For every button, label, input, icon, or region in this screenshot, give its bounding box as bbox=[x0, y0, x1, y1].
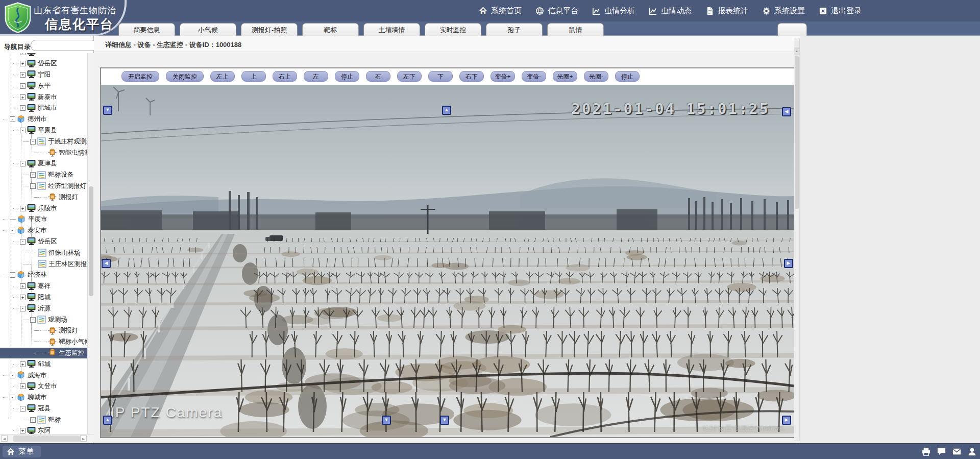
iris-close-button[interactable]: 光圈- bbox=[584, 71, 608, 82]
expand-icon[interactable]: + bbox=[30, 417, 36, 423]
tilt-up-button[interactable]: 上 bbox=[241, 71, 266, 82]
ptz-bottom-center-2[interactable]: ▼ bbox=[440, 416, 449, 425]
tab-soil-moisture[interactable]: 土壤墒情 bbox=[363, 23, 420, 36]
nav-pest-analysis[interactable]: 虫情分析 bbox=[592, 6, 635, 16]
tree-item[interactable]: -沂源 bbox=[0, 303, 88, 314]
menu-button[interactable]: 菜单 bbox=[3, 446, 41, 457]
expand-icon[interactable]: + bbox=[20, 283, 26, 289]
tree-item[interactable]: +肥城市 bbox=[0, 103, 88, 114]
nav-info-platform[interactable]: 信息平台 bbox=[535, 6, 578, 16]
pan-lower-right-button[interactable]: 右下 bbox=[459, 71, 484, 82]
sidebar-vertical-scrollbar[interactable] bbox=[87, 53, 94, 434]
tab-report-lamp-photo[interactable]: 测报灯-拍照 bbox=[241, 23, 298, 36]
sidebar-vscroll-thumb[interactable] bbox=[89, 186, 93, 296]
tree-item[interactable]: -聊城市 bbox=[0, 392, 88, 403]
tab-partial[interactable] bbox=[777, 23, 807, 36]
close-monitor-button[interactable]: 关闭监控 bbox=[166, 71, 204, 82]
tree-item[interactable]: 靶标小气候 bbox=[0, 336, 88, 348]
collapse-icon[interactable]: - bbox=[20, 239, 26, 245]
main-vscroll-thumb[interactable] bbox=[795, 56, 799, 209]
ptz-bottom-center-1[interactable]: ▼ bbox=[382, 416, 391, 425]
ptz-top-center[interactable]: ▲ bbox=[442, 106, 451, 115]
expand-icon[interactable]: + bbox=[20, 53, 26, 55]
collapse-icon[interactable]: - bbox=[10, 228, 15, 233]
tab-spore[interactable]: 孢子 bbox=[486, 23, 543, 36]
tree-item[interactable]: -岱岳区 bbox=[0, 236, 88, 248]
tree-item[interactable]: 徂徕山林场 bbox=[0, 247, 88, 258]
tree-item[interactable]: -经济型测报灯 bbox=[0, 181, 88, 192]
expand-icon[interactable]: + bbox=[20, 83, 26, 89]
collapse-icon[interactable]: - bbox=[10, 272, 15, 278]
tab-microclimate[interactable]: 小气候 bbox=[180, 23, 236, 36]
pan-upper-left-button[interactable]: 左上 bbox=[210, 71, 235, 82]
expand-icon[interactable]: + bbox=[20, 94, 26, 100]
user-icon[interactable] bbox=[967, 447, 977, 456]
ptz-bottom-right[interactable]: ▶ bbox=[782, 416, 791, 425]
tree-item[interactable]: +肥城 bbox=[0, 292, 88, 303]
pan-left-button[interactable]: 左 bbox=[304, 71, 328, 82]
zoom-in-button[interactable]: 变倍+ bbox=[491, 71, 515, 82]
chat-icon[interactable] bbox=[937, 447, 946, 456]
scroll-left-arrow[interactable]: ◀ bbox=[1, 436, 8, 442]
tree-item[interactable]: -于姚庄村观测场 bbox=[0, 136, 88, 147]
tilt-down-button[interactable]: 下 bbox=[428, 71, 453, 82]
sidebar-hscroll-thumb[interactable] bbox=[13, 436, 81, 442]
sidebar-horizontal-scrollbar[interactable]: ◀ ▶ bbox=[0, 434, 94, 443]
expand-icon[interactable]: + bbox=[20, 383, 26, 389]
collapse-icon[interactable]: - bbox=[30, 183, 36, 189]
tab-realtime-monitor[interactable]: 实时监控 bbox=[425, 23, 481, 36]
collapse-icon[interactable]: - bbox=[10, 395, 15, 400]
tree-item[interactable]: 平度市 bbox=[0, 214, 88, 225]
pan-lower-left-button[interactable]: 左下 bbox=[397, 71, 422, 82]
ptz-mid-right[interactable]: ▶ bbox=[784, 259, 793, 268]
stop-button-2[interactable]: 停止 bbox=[615, 71, 640, 82]
collapse-icon[interactable]: - bbox=[30, 317, 36, 323]
tree-item[interactable]: -泰安市 bbox=[0, 225, 88, 236]
tree-item[interactable]: +东阿 bbox=[0, 425, 88, 434]
tab-rodent[interactable]: 鼠情 bbox=[547, 23, 604, 36]
tree-item[interactable]: 生态监控 bbox=[0, 348, 88, 359]
tab-target[interactable]: 靶标 bbox=[302, 23, 359, 36]
tree-item[interactable]: 王庄林区测报点 bbox=[0, 258, 88, 270]
nav-pest-trend[interactable]: 虫情动态 bbox=[649, 6, 692, 16]
tree-item[interactable]: 智能虫情测报灯 bbox=[0, 147, 88, 158]
collapse-icon[interactable]: - bbox=[10, 373, 15, 378]
expand-icon[interactable]: + bbox=[20, 72, 26, 78]
expand-icon[interactable]: + bbox=[20, 428, 26, 433]
tree-item[interactable]: -夏津县 bbox=[0, 158, 88, 170]
tree-item[interactable]: +乐陵市 bbox=[0, 203, 88, 214]
expand-icon[interactable]: + bbox=[20, 206, 26, 211]
collapse-icon[interactable]: - bbox=[30, 139, 36, 144]
open-monitor-button[interactable]: 开启监控 bbox=[121, 71, 159, 82]
tree-search-input[interactable] bbox=[31, 40, 97, 51]
ptz-bottom-left[interactable]: ▲ bbox=[103, 416, 112, 425]
tree-item[interactable]: +岱岳区 bbox=[0, 58, 88, 69]
tree-item[interactable]: +邹城 bbox=[0, 358, 88, 370]
main-vertical-scrollbar[interactable]: ▲ bbox=[794, 38, 800, 441]
expand-icon[interactable]: + bbox=[20, 361, 26, 367]
tree-item[interactable]: -经济林 bbox=[0, 270, 88, 281]
ptz-mid-left[interactable]: ◀ bbox=[102, 259, 111, 268]
pan-right-button[interactable]: 右 bbox=[366, 71, 390, 82]
ptz-top-right[interactable]: ◀ bbox=[782, 107, 791, 116]
iris-open-button[interactable]: 光圈+ bbox=[553, 71, 577, 82]
tree-item[interactable]: +靶标设备 bbox=[0, 170, 88, 181]
stop-button[interactable]: 停止 bbox=[335, 71, 359, 82]
tree-item[interactable]: +靶标 bbox=[0, 414, 88, 425]
nav-system-home[interactable]: 系统首页 bbox=[479, 6, 522, 16]
scroll-up-arrow[interactable]: ▲ bbox=[794, 47, 799, 55]
tree-item[interactable]: 测报灯 bbox=[0, 325, 88, 336]
ptz-top-left[interactable]: ▼ bbox=[103, 106, 112, 115]
tree-item[interactable]: +文登市 bbox=[0, 381, 88, 392]
nav-system-settings[interactable]: 系统设置 bbox=[762, 6, 805, 16]
tree-item[interactable]: +东平 bbox=[0, 80, 88, 91]
tree-item[interactable]: -观测场 bbox=[0, 314, 88, 325]
collapse-icon[interactable]: - bbox=[20, 406, 26, 412]
tree-item[interactable]: -平原县 bbox=[0, 125, 88, 136]
tree-item[interactable]: -威海市 bbox=[0, 370, 88, 381]
expand-icon[interactable]: + bbox=[20, 61, 26, 66]
scroll-right-arrow[interactable]: ▶ bbox=[80, 436, 87, 442]
zoom-out-button[interactable]: 变倍- bbox=[522, 71, 546, 82]
expand-icon[interactable]: + bbox=[20, 295, 26, 300]
collapse-icon[interactable]: - bbox=[20, 306, 26, 311]
